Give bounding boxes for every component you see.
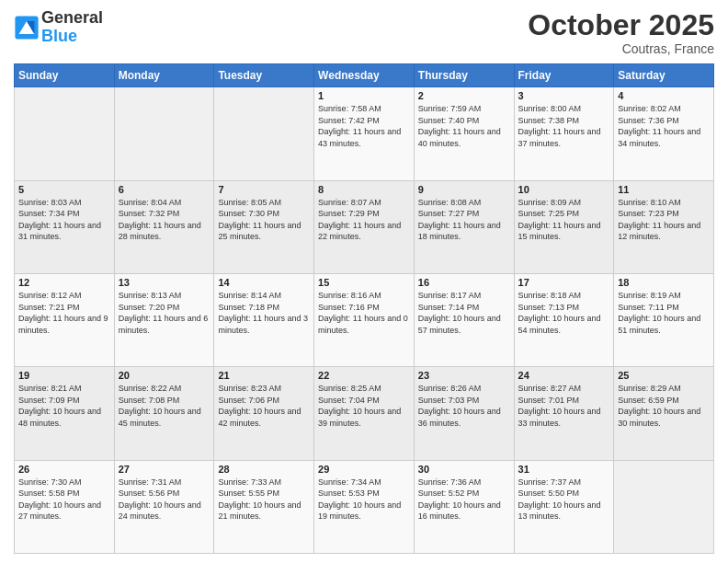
calendar-cell: 22Sunrise: 8:25 AMSunset: 7:04 PMDayligh… [314,367,415,460]
day-number: 5 [18,184,110,195]
day-number: 18 [618,277,710,288]
calendar-cell: 15Sunrise: 8:16 AMSunset: 7:16 PMDayligh… [314,273,415,366]
day-info: Sunrise: 8:04 AMSunset: 7:32 PMDaylight:… [119,197,210,243]
calendar-header-row: Sunday Monday Tuesday Wednesday Thursday… [15,64,714,87]
day-number: 26 [18,464,110,475]
calendar-week-2: 12Sunrise: 8:12 AMSunset: 7:21 PMDayligh… [15,273,714,366]
col-tuesday: Tuesday [214,64,314,87]
day-number: 20 [119,370,210,381]
calendar-cell: 10Sunrise: 8:09 AMSunset: 7:25 PMDayligh… [514,180,614,273]
calendar-cell: 13Sunrise: 8:13 AMSunset: 7:20 PMDayligh… [114,273,214,366]
calendar-cell: 27Sunrise: 7:31 AMSunset: 5:56 PMDayligh… [114,460,214,553]
calendar-cell: 30Sunrise: 7:36 AMSunset: 5:52 PMDayligh… [414,460,514,553]
day-info: Sunrise: 8:22 AMSunset: 7:08 PMDaylight:… [119,383,210,429]
header: General Blue October 2025 Coutras, Franc… [14,9,714,56]
calendar-cell [614,460,714,553]
calendar-table: Sunday Monday Tuesday Wednesday Thursday… [14,63,714,554]
calendar-cell: 25Sunrise: 8:29 AMSunset: 6:59 PMDayligh… [614,367,714,460]
day-info: Sunrise: 7:37 AMSunset: 5:50 PMDaylight:… [518,477,610,523]
day-number: 9 [418,184,510,195]
logo-general-text: General [41,8,103,27]
calendar-cell: 8Sunrise: 8:07 AMSunset: 7:29 PMDaylight… [314,180,415,273]
calendar-cell: 20Sunrise: 8:22 AMSunset: 7:08 PMDayligh… [114,367,214,460]
day-number: 8 [318,184,410,195]
calendar-week-0: 1Sunrise: 7:58 AMSunset: 7:42 PMDaylight… [15,87,714,180]
day-info: Sunrise: 8:16 AMSunset: 7:16 PMDaylight:… [318,290,410,336]
day-number: 12 [18,277,110,288]
calendar-cell [15,87,115,180]
day-info: Sunrise: 8:23 AMSunset: 7:06 PMDaylight:… [218,383,310,429]
day-info: Sunrise: 8:18 AMSunset: 7:13 PMDaylight:… [518,290,610,336]
col-monday: Monday [114,64,214,87]
day-number: 14 [218,277,310,288]
month-title: October 2025 [528,9,714,41]
day-info: Sunrise: 8:00 AMSunset: 7:38 PMDaylight:… [518,103,610,149]
calendar-cell: 5Sunrise: 8:03 AMSunset: 7:34 PMDaylight… [15,180,115,273]
day-info: Sunrise: 7:59 AMSunset: 7:40 PMDaylight:… [418,103,510,149]
day-info: Sunrise: 8:05 AMSunset: 7:30 PMDaylight:… [218,197,310,243]
calendar-cell: 9Sunrise: 8:08 AMSunset: 7:27 PMDaylight… [414,180,514,273]
col-friday: Friday [514,64,614,87]
day-number: 11 [618,184,710,195]
day-number: 27 [119,464,210,475]
calendar-cell: 4Sunrise: 8:02 AMSunset: 7:36 PMDaylight… [614,87,714,180]
col-wednesday: Wednesday [314,64,415,87]
day-number: 23 [418,370,510,381]
day-info: Sunrise: 7:30 AMSunset: 5:58 PMDaylight:… [18,477,110,523]
calendar-cell: 18Sunrise: 8:19 AMSunset: 7:11 PMDayligh… [614,273,714,366]
day-number: 28 [218,464,310,475]
logo: General Blue [14,9,103,46]
calendar-cell: 16Sunrise: 8:17 AMSunset: 7:14 PMDayligh… [414,273,514,366]
title-block: October 2025 Coutras, France [528,9,714,56]
day-number: 17 [518,277,610,288]
calendar-cell: 7Sunrise: 8:05 AMSunset: 7:30 PMDaylight… [214,180,314,273]
day-info: Sunrise: 8:10 AMSunset: 7:23 PMDaylight:… [618,197,710,243]
calendar-cell: 21Sunrise: 8:23 AMSunset: 7:06 PMDayligh… [214,367,314,460]
calendar-cell: 23Sunrise: 8:26 AMSunset: 7:03 PMDayligh… [414,367,514,460]
calendar-cell: 28Sunrise: 7:33 AMSunset: 5:55 PMDayligh… [214,460,314,553]
calendar-cell: 24Sunrise: 8:27 AMSunset: 7:01 PMDayligh… [514,367,614,460]
day-number: 25 [618,370,710,381]
day-number: 24 [518,370,610,381]
day-info: Sunrise: 8:07 AMSunset: 7:29 PMDaylight:… [318,197,410,243]
day-info: Sunrise: 7:34 AMSunset: 5:53 PMDaylight:… [318,477,410,523]
day-info: Sunrise: 7:58 AMSunset: 7:42 PMDaylight:… [318,103,410,149]
day-info: Sunrise: 8:09 AMSunset: 7:25 PMDaylight:… [518,197,610,243]
calendar-week-4: 26Sunrise: 7:30 AMSunset: 5:58 PMDayligh… [15,460,714,553]
day-number: 7 [218,184,310,195]
calendar-cell: 11Sunrise: 8:10 AMSunset: 7:23 PMDayligh… [614,180,714,273]
day-info: Sunrise: 8:29 AMSunset: 6:59 PMDaylight:… [618,383,710,429]
calendar-cell: 29Sunrise: 7:34 AMSunset: 5:53 PMDayligh… [314,460,415,553]
day-info: Sunrise: 7:33 AMSunset: 5:55 PMDaylight:… [218,477,310,523]
calendar-week-1: 5Sunrise: 8:03 AMSunset: 7:34 PMDaylight… [15,180,714,273]
day-number: 29 [318,464,410,475]
col-saturday: Saturday [614,64,714,87]
day-number: 4 [618,90,710,101]
logo-icon [14,15,40,40]
day-number: 31 [518,464,610,475]
day-number: 22 [318,370,410,381]
day-info: Sunrise: 8:25 AMSunset: 7:04 PMDaylight:… [318,383,410,429]
day-info: Sunrise: 8:12 AMSunset: 7:21 PMDaylight:… [18,290,110,336]
calendar-cell: 1Sunrise: 7:58 AMSunset: 7:42 PMDaylight… [314,87,415,180]
day-info: Sunrise: 8:26 AMSunset: 7:03 PMDaylight:… [418,383,510,429]
day-info: Sunrise: 8:21 AMSunset: 7:09 PMDaylight:… [18,383,110,429]
day-info: Sunrise: 8:03 AMSunset: 7:34 PMDaylight:… [18,197,110,243]
calendar-cell: 17Sunrise: 8:18 AMSunset: 7:13 PMDayligh… [514,273,614,366]
location: Coutras, France [528,41,714,56]
day-number: 3 [518,90,610,101]
day-info: Sunrise: 7:36 AMSunset: 5:52 PMDaylight:… [418,477,510,523]
calendar-cell: 12Sunrise: 8:12 AMSunset: 7:21 PMDayligh… [15,273,115,366]
calendar-cell: 2Sunrise: 7:59 AMSunset: 7:40 PMDaylight… [414,87,514,180]
day-number: 10 [518,184,610,195]
col-sunday: Sunday [15,64,115,87]
day-info: Sunrise: 8:17 AMSunset: 7:14 PMDaylight:… [418,290,510,336]
day-info: Sunrise: 7:31 AMSunset: 5:56 PMDaylight:… [119,477,210,523]
day-number: 16 [418,277,510,288]
day-number: 15 [318,277,410,288]
col-thursday: Thursday [414,64,514,87]
page: General Blue October 2025 Coutras, Franc… [0,0,728,563]
calendar-cell: 14Sunrise: 8:14 AMSunset: 7:18 PMDayligh… [214,273,314,366]
day-number: 1 [318,90,410,101]
day-info: Sunrise: 8:14 AMSunset: 7:18 PMDaylight:… [218,290,310,336]
